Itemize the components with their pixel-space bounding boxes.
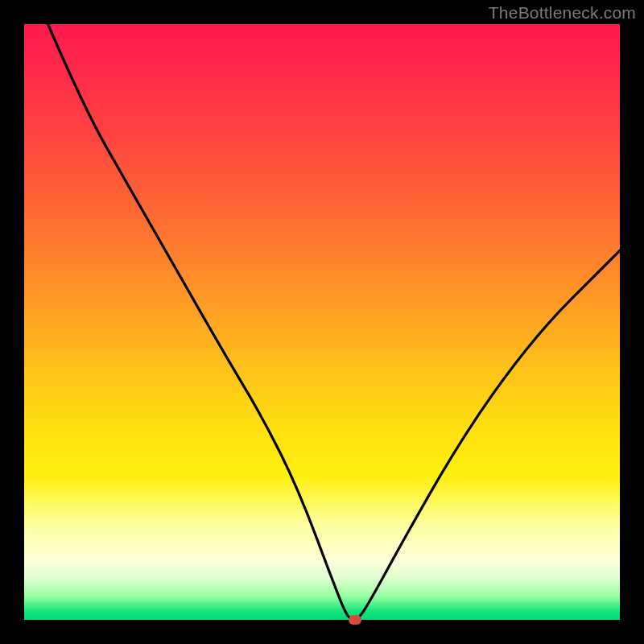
watermark-text: TheBottleneck.com <box>489 3 636 23</box>
bottleneck-curve-path <box>48 24 620 620</box>
plot-area <box>24 24 620 620</box>
optimum-marker <box>349 615 361 625</box>
chart-frame: TheBottleneck.com <box>0 0 644 644</box>
curve-svg <box>24 24 620 620</box>
